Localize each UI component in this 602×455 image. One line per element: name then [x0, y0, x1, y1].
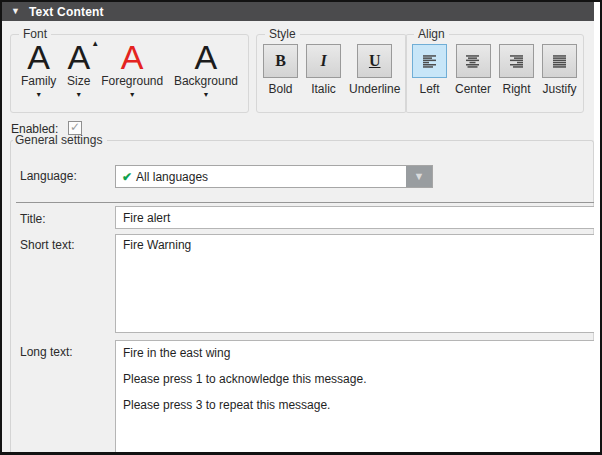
- size-caret-icon: ▲: [91, 40, 99, 48]
- language-dropdown-button[interactable]: ▼: [406, 166, 432, 187]
- font-background-icon: A: [195, 41, 218, 74]
- align-left-button[interactable]: [412, 44, 447, 78]
- align-group-label: Align: [414, 27, 449, 41]
- align-right-label: Right: [503, 82, 531, 96]
- font-group: Font A Family ▼ A▲ Size ▼ A Foreground ▼: [10, 27, 249, 113]
- style-group-label: Style: [265, 27, 300, 41]
- section-separator: [16, 202, 594, 203]
- short-text-area[interactable]: [115, 234, 594, 333]
- bold-button[interactable]: B: [263, 44, 298, 78]
- font-group-items: A Family ▼ A▲ Size ▼ A Foreground ▼ A Ba…: [17, 41, 242, 98]
- underline-button[interactable]: U: [357, 44, 392, 78]
- align-justify-item: Justify: [542, 44, 577, 96]
- collapse-triangle-icon[interactable]: ▼: [11, 7, 20, 16]
- font-family-icon: A: [27, 41, 50, 74]
- font-size-icon: A▲: [67, 41, 90, 74]
- align-justify-label: Justify: [543, 82, 577, 96]
- bold-icon: B: [275, 52, 286, 70]
- checkmark-icon: ✓: [70, 121, 80, 133]
- align-right-item: Right: [499, 44, 534, 96]
- language-value: All languages: [136, 170, 406, 184]
- underline-item: U Underline: [349, 44, 400, 96]
- font-family-button[interactable]: A Family ▼: [21, 41, 56, 98]
- align-left-icon: [422, 54, 438, 69]
- bold-item: B Bold: [263, 44, 298, 96]
- long-text-area[interactable]: [115, 340, 594, 452]
- align-center-icon: [465, 54, 481, 69]
- align-center-label: Center: [455, 82, 491, 96]
- font-background-label: Background: [174, 74, 238, 88]
- align-right-button[interactable]: [499, 44, 534, 78]
- italic-label: Italic: [311, 82, 336, 96]
- align-center-item: Center: [455, 44, 491, 96]
- align-right-icon: [509, 54, 525, 69]
- font-size-label: Size: [67, 74, 90, 88]
- language-select[interactable]: ✔ All languages ▼: [115, 165, 433, 188]
- text-content-panel: ▼ Text Content Font A Family ▼ A▲ Size ▼…: [2, 2, 594, 452]
- italic-icon: I: [320, 52, 326, 70]
- language-check-icon: ✔: [122, 170, 132, 184]
- align-group: Align Left: [405, 27, 584, 113]
- combo-arrow-icon: ▼: [414, 171, 425, 182]
- font-foreground-button[interactable]: A Foreground ▼: [101, 41, 163, 98]
- bold-label: Bold: [268, 82, 292, 96]
- short-text-label: Short text:: [20, 238, 75, 252]
- underline-label: Underline: [349, 82, 400, 96]
- window-frame: ▼ Text Content Font A Family ▼ A▲ Size ▼…: [0, 0, 602, 455]
- general-settings-label: General settings: [13, 133, 107, 147]
- align-justify-button[interactable]: [542, 44, 577, 78]
- font-foreground-icon: A: [121, 41, 144, 74]
- align-justify-icon: [552, 54, 568, 69]
- chevron-down-icon: ▼: [202, 91, 209, 98]
- align-group-items: Left Center: [412, 41, 577, 96]
- align-center-button[interactable]: [456, 44, 491, 78]
- chevron-down-icon: ▼: [75, 91, 82, 98]
- chevron-down-icon: ▼: [129, 91, 136, 98]
- font-family-label: Family: [21, 74, 56, 88]
- title-label: Title:: [20, 212, 46, 226]
- italic-button[interactable]: I: [306, 44, 341, 78]
- style-group-items: B Bold I Italic U Underline: [263, 41, 400, 96]
- panel-header[interactable]: ▼ Text Content: [2, 2, 594, 21]
- font-foreground-label: Foreground: [101, 74, 163, 88]
- title-input[interactable]: [115, 206, 594, 229]
- italic-item: I Italic: [306, 44, 341, 96]
- chevron-down-icon: ▼: [35, 91, 42, 98]
- panel-title: Text Content: [29, 5, 104, 19]
- long-text-label: Long text:: [20, 345, 73, 359]
- language-label: Language:: [20, 169, 77, 183]
- font-background-button[interactable]: A Background ▼: [174, 41, 238, 98]
- style-group: Style B Bold I Italic U: [256, 27, 407, 113]
- underline-icon: U: [369, 52, 381, 70]
- font-size-button[interactable]: A▲ Size ▼: [67, 41, 90, 98]
- align-left-item: Left: [412, 44, 447, 96]
- align-left-label: Left: [419, 82, 439, 96]
